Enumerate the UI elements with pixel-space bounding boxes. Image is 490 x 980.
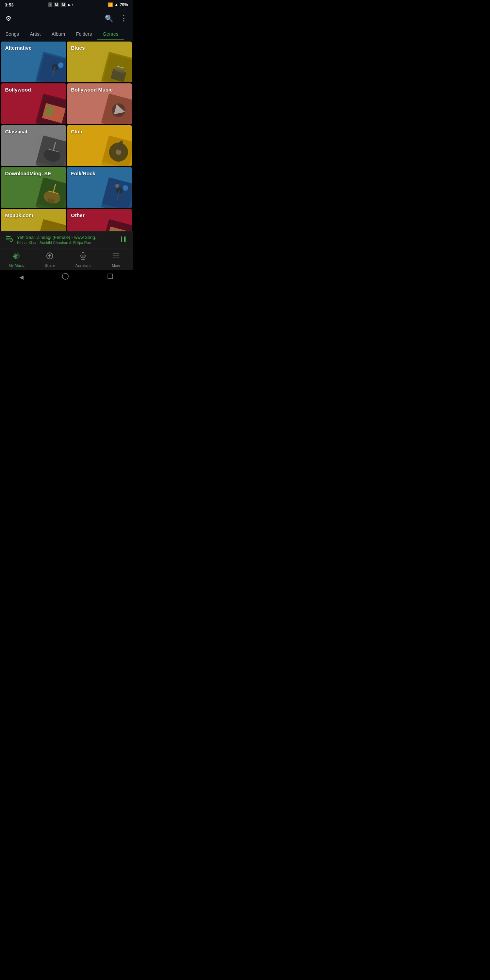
nav-item-assistant[interactable]: Assistant: [66, 248, 100, 270]
nav-item-more[interactable]: More: [100, 248, 133, 270]
svg-rect-0: [37, 54, 66, 82]
svg-rect-44: [121, 237, 122, 242]
status-system-icons: 📶 ▲ 79%: [108, 2, 128, 7]
now-playing-bar[interactable]: Yeh Saali Zindagi (Female) - www.Song...…: [0, 231, 133, 248]
genre-label-downloadming: DownloadMing. SE: [5, 170, 51, 177]
svg-rect-48: [82, 253, 84, 256]
share-label: Share: [45, 263, 55, 267]
tab-artist[interactable]: Artist: [24, 27, 46, 40]
search-icon: 🔍: [105, 14, 113, 22]
genre-label-folkrock: Folk/Rock: [71, 170, 95, 177]
status-time: 3:53: [5, 2, 14, 8]
genre-card-other[interactable]: Other: [67, 209, 132, 231]
genre-grid: Alternative Blues: [0, 40, 133, 231]
genre-card-alternative[interactable]: Alternative: [1, 41, 66, 82]
tab-album[interactable]: Album: [46, 27, 71, 40]
now-playing-queue-icon: [5, 235, 13, 245]
svg-point-54: [62, 273, 68, 279]
genre-label-alternative: Alternative: [5, 45, 32, 51]
assistant-label: Assistant: [75, 263, 91, 267]
battery-level: 79%: [120, 2, 128, 7]
pause-button[interactable]: [119, 235, 127, 244]
genre-label-mp3pk: Mp3pk.com: [5, 212, 33, 218]
genre-tabs: Songs Artist Album Folders Genres: [0, 27, 133, 40]
svg-point-43: [11, 237, 12, 239]
nav-item-share[interactable]: Share: [33, 248, 67, 270]
genre-card-folkrock[interactable]: Folk/Rock: [67, 167, 132, 208]
bottom-navigation: My Music Share Assistant: [0, 248, 133, 270]
settings-icon: ⚙: [5, 14, 11, 22]
genre-card-club[interactable]: Club: [67, 125, 132, 166]
genre-scroll-area[interactable]: Alternative Blues: [0, 40, 133, 231]
tab-songs[interactable]: Songs: [0, 27, 24, 40]
genre-card-blues[interactable]: Blues: [67, 41, 132, 82]
status-bar: 3:53 ♪ M M ▶ • 📶 ▲ 79%: [0, 0, 133, 10]
genre-label-classical: Classical: [5, 129, 27, 135]
back-button[interactable]: ◀: [19, 274, 24, 280]
tab-folders[interactable]: Folders: [70, 27, 97, 40]
settings-button[interactable]: ⚙: [5, 14, 11, 22]
svg-rect-45: [124, 237, 126, 242]
my-music-label: My Music: [9, 263, 24, 267]
svg-rect-32: [36, 219, 66, 231]
genre-card-downloadming[interactable]: DownloadMing. SE: [1, 167, 66, 208]
more-label: More: [112, 263, 121, 267]
recent-apps-button[interactable]: [107, 273, 113, 281]
share-icon: [46, 252, 54, 262]
genre-label-blues: Blues: [71, 45, 85, 51]
my-music-icon: [13, 252, 21, 262]
genre-card-classical[interactable]: Classical: [1, 125, 66, 166]
overflow-menu-button[interactable]: ⋮: [120, 14, 127, 23]
more-icon: [112, 252, 120, 262]
status-notification-icons: ♪ M M ▶ •: [48, 2, 73, 7]
top-bar-actions: 🔍 ⋮: [105, 14, 127, 23]
nav-item-my-music[interactable]: My Music: [0, 248, 33, 270]
overflow-icon: ⋮: [120, 14, 127, 23]
genre-card-bollywood-music[interactable]: Bollywood Music: [67, 83, 132, 124]
genre-label-club: Club: [71, 129, 82, 135]
genre-label-other: Other: [71, 212, 85, 218]
top-bar: ⚙ 🔍 ⋮: [0, 10, 133, 27]
tab-genres[interactable]: Genres: [97, 27, 124, 40]
now-playing-info: Yeh Saali Zindagi (Female) - www.Song...…: [17, 235, 115, 245]
now-playing-title: Yeh Saali Zindagi (Female) - www.Song...: [17, 235, 115, 240]
genre-label-bollywood: Bollywood: [5, 87, 31, 93]
genre-card-mp3pk[interactable]: Mp3pk.com: [1, 209, 66, 231]
search-button[interactable]: 🔍: [105, 14, 113, 22]
assistant-icon: [79, 252, 87, 262]
home-button[interactable]: [62, 273, 69, 281]
genre-label-bollywood-music: Bollywood Music: [71, 87, 113, 93]
system-navigation-bar: ◀: [0, 270, 133, 285]
now-playing-artist: Nishat Khan, Sunidhi Chauhan & Shilpa Ra…: [17, 240, 115, 245]
svg-rect-55: [108, 274, 113, 279]
genre-card-bollywood[interactable]: Bollywood: [1, 83, 66, 124]
